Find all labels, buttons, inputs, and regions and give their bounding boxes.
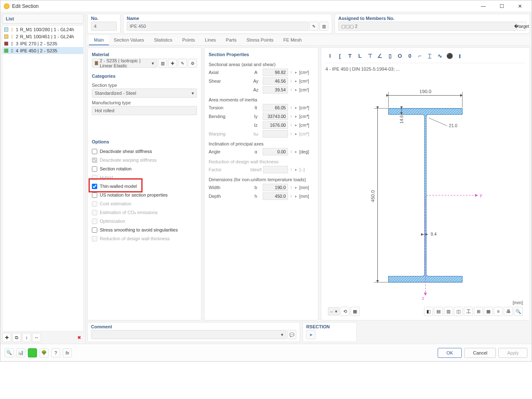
comment-btn[interactable]: 💬	[287, 330, 296, 339]
prop-value[interactable]: 66.05	[263, 104, 288, 111]
shape-button[interactable]: ⫿	[455, 51, 464, 60]
section-type-dropdown[interactable]: Standardized - Steel ▾	[92, 89, 197, 98]
prop-value[interactable]: 0.00	[263, 148, 288, 155]
tab-section-values[interactable]: Section Values	[109, 35, 149, 45]
list-item[interactable]: ▯ 3 IPE 270 | 2 - S235	[2, 40, 83, 47]
preview-view-3[interactable]: ▥	[444, 307, 453, 316]
tab-parts[interactable]: Parts	[221, 35, 241, 45]
assigned-value[interactable]: ▢▢▢ 2	[338, 22, 516, 31]
option-deactivate-shear-stiffness[interactable]: Deactivate shear stiffness	[92, 148, 197, 155]
spinner-icon[interactable]: ⁝	[290, 132, 293, 136]
shape-button[interactable]: ∿	[435, 51, 444, 60]
spinner-icon[interactable]: ⁝	[290, 194, 293, 198]
option-checkbox[interactable]	[92, 166, 97, 172]
option-stress-smoothing-to-avoid-sing[interactable]: Stress smoothing to avoid singularities	[92, 226, 197, 234]
shape-button[interactable]: ⌐	[415, 51, 424, 60]
arrow-icon[interactable]: ▸	[294, 150, 298, 154]
prop-value[interactable]: 190.0	[263, 184, 288, 191]
shape-button[interactable]: O	[395, 51, 404, 60]
preview-tool-1[interactable]: ⟲	[340, 307, 350, 316]
spinner-icon[interactable]: ⁝	[290, 106, 293, 110]
tab-main[interactable]: Main	[89, 35, 109, 45]
number-value[interactable]: 4	[91, 22, 117, 31]
spinner-icon[interactable]: ⁝	[290, 114, 293, 118]
option-checkbox[interactable]	[92, 192, 97, 198]
spinner-icon[interactable]: ⁝	[290, 88, 293, 92]
footer-help-icon[interactable]: ?	[51, 348, 60, 357]
option-us-notation-for-section-proper[interactable]: US notation for section properties	[92, 191, 197, 199]
prop-value[interactable]	[263, 130, 288, 138]
option-checkbox[interactable]	[92, 149, 97, 154]
tool-button-2[interactable]: ↔	[32, 333, 41, 342]
material-dropdown[interactable]: 2 - S235 | Isotropic | Linear Elastic ▾	[92, 59, 157, 68]
maximize-button[interactable]: ☐	[493, 1, 510, 11]
arrow-icon[interactable]: ▸	[295, 167, 298, 172]
tab-statistics[interactable]: Statistics	[149, 35, 177, 45]
prop-value[interactable]: 98.82	[263, 69, 288, 76]
tab-fe-mesh[interactable]: FE Mesh	[278, 35, 307, 45]
list-item[interactable]: ▯ 4 IPE 450 | 2 - S235	[2, 47, 83, 54]
arrow-icon[interactable]: ▸	[294, 114, 298, 118]
preview-combo[interactable]: --▾	[328, 307, 340, 315]
new-button[interactable]: ✚	[2, 333, 11, 342]
tab-lines[interactable]: Lines	[200, 35, 221, 45]
option-section-rotation[interactable]: Section rotation	[92, 165, 197, 172]
preview-tool-2[interactable]: ▦	[350, 307, 360, 316]
option-checkbox[interactable]	[92, 184, 97, 189]
shape-button[interactable]: ⚫	[445, 51, 454, 60]
tool-button-1[interactable]: ↕	[22, 333, 31, 342]
prop-value[interactable]	[263, 166, 288, 173]
cancel-button[interactable]: Cancel	[464, 348, 496, 358]
spinner-icon[interactable]: ⁝	[290, 79, 293, 83]
footer-search-icon[interactable]: 🔍	[5, 348, 14, 357]
prop-value[interactable]: 1676.00	[263, 121, 288, 129]
shape-button[interactable]: 0	[405, 51, 414, 60]
rsection-btn[interactable]: ➤	[306, 330, 315, 339]
shape-button[interactable]: I	[325, 51, 335, 60]
footer-fx-icon[interactable]: fx	[63, 348, 72, 357]
material-new-icon[interactable]: ✚	[168, 59, 177, 68]
preview-view-4[interactable]: ◫	[454, 307, 463, 316]
copy-button[interactable]: ⧉	[12, 333, 21, 342]
footer-tree-icon[interactable]: 🌳	[39, 348, 49, 357]
prop-value[interactable]: 33743.00	[263, 113, 288, 120]
option-checkbox[interactable]	[92, 227, 97, 233]
prop-value[interactable]: 39.54	[263, 86, 288, 94]
shape-button[interactable]: T	[345, 51, 355, 60]
preview-search[interactable]: 🔍	[514, 307, 523, 316]
arrow-icon[interactable]: ▸	[294, 185, 298, 190]
arrow-icon[interactable]: ▸	[294, 79, 298, 83]
close-button[interactable]: ✕	[512, 1, 528, 11]
pick-member-icon[interactable]: �target	[517, 22, 526, 31]
delete-button[interactable]: ✖	[74, 333, 84, 342]
preview-view-5[interactable]: 工	[464, 307, 473, 316]
preview-view-7[interactable]: ▦	[484, 307, 493, 316]
edit-name-icon[interactable]: ✎	[309, 22, 318, 31]
shape-button[interactable]: [	[335, 51, 345, 60]
footer-calc-icon[interactable]: 📊	[16, 348, 25, 357]
arrow-icon[interactable]: ▸	[294, 88, 298, 92]
tab-stress-points[interactable]: Stress Points	[241, 35, 278, 45]
arrow-icon[interactable]: ▸	[294, 132, 298, 136]
spinner-icon[interactable]: ⁝	[290, 150, 293, 154]
preview-view-8[interactable]: ≡	[494, 307, 503, 316]
comment-input[interactable]: ▾	[91, 330, 286, 339]
arrow-icon[interactable]: ▸	[294, 123, 298, 127]
shape-button[interactable]: ∠	[375, 51, 384, 60]
preview-view-1[interactable]: ◧	[424, 307, 433, 316]
ok-button[interactable]: OK	[438, 348, 462, 358]
arrow-icon[interactable]: ▸	[294, 194, 298, 198]
material-tool-icon[interactable]: ⚙	[188, 59, 197, 68]
tab-points[interactable]: Points	[177, 35, 200, 45]
apply-button[interactable]: Apply	[498, 348, 527, 358]
spinner-icon[interactable]: ⁝	[290, 123, 293, 127]
spinner-icon[interactable]: ⁝	[290, 70, 293, 74]
footer-status-icon[interactable]	[28, 348, 37, 357]
preview-view-6[interactable]: ⊞	[474, 307, 483, 316]
material-lib-icon[interactable]: ▥	[158, 59, 167, 68]
library-icon[interactable]: ▥	[319, 22, 328, 31]
material-edit-icon[interactable]: ✎	[178, 59, 187, 68]
prop-value[interactable]: 450.0	[263, 192, 288, 200]
list-item[interactable]: ▯ 1 R_M1 100/280 | 1 - GL24h	[2, 26, 83, 33]
name-value[interactable]: IPE 450	[127, 22, 308, 31]
